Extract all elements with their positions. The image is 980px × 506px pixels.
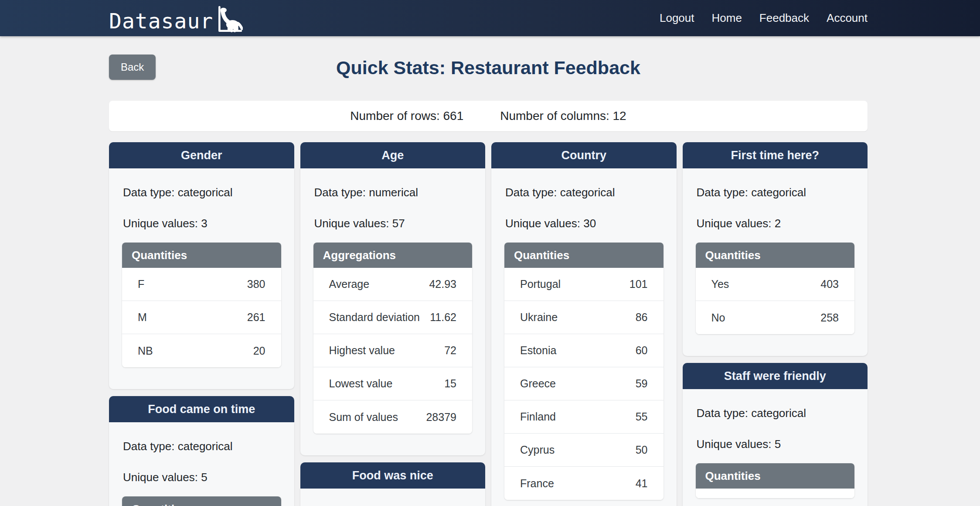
unique-values-text: Unique values: 2 <box>697 217 855 230</box>
stat-card: Food was nice <box>300 462 486 506</box>
quantities-table: Aggregations Average 42.93 Standard devi… <box>313 243 473 434</box>
row-value: 72 <box>444 344 456 357</box>
grid-column-2: Age Data type: numerical Unique values: … <box>300 142 486 506</box>
row-label: M <box>138 311 147 324</box>
row-label: Sum of values <box>329 411 398 424</box>
row-value: 15 <box>444 377 456 390</box>
row-value: 101 <box>630 278 648 291</box>
card-body: Data type: numerical Unique values: 57 A… <box>300 168 486 455</box>
grid-column-4: First time here? Data type: categorical … <box>683 142 868 506</box>
unique-values-text: Unique values: 57 <box>314 217 473 230</box>
row-value: 258 <box>820 311 839 324</box>
row-label: F <box>138 278 144 291</box>
card-body <box>300 489 486 506</box>
row-label: Portugal <box>520 278 561 291</box>
card-body: Data type: categorical Unique values: 5 … <box>683 389 868 506</box>
row-value: 28379 <box>426 411 456 424</box>
row-label: Ukraine <box>520 311 558 324</box>
quantities-table-header: Aggregations <box>313 243 473 268</box>
stat-card: First time here? Data type: categorical … <box>683 142 868 356</box>
card-title: Country <box>491 142 677 168</box>
page-content: Back Quick Stats: Restaurant Feedback Nu… <box>0 55 980 506</box>
unique-values-text: Unique values: 5 <box>697 438 855 451</box>
table-row: NB 20 <box>122 334 281 367</box>
nav-link-logout[interactable]: Logout <box>660 11 694 25</box>
data-type-text: Data type: numerical <box>314 186 473 199</box>
row-value: 41 <box>636 477 648 490</box>
back-button[interactable]: Back <box>109 55 156 80</box>
row-label: Cyprus <box>520 444 555 456</box>
row-label: NB <box>138 345 153 357</box>
quantities-table: Quantities F 380 M 261 NB 20 <box>122 243 281 367</box>
cards-grid: Gender Data type: categorical Unique val… <box>109 142 868 506</box>
row-label: Lowest value <box>329 377 393 390</box>
table-row: Cyprus 50 <box>504 434 664 467</box>
table-row: France 41 <box>504 467 664 500</box>
stat-card: Age Data type: numerical Unique values: … <box>300 142 486 455</box>
unique-values-text: Unique values: 3 <box>123 217 281 230</box>
quantities-table-body: Portugal 101 Ukraine 86 Estonia 60 Greec… <box>504 268 664 500</box>
row-label: No <box>711 311 725 324</box>
data-type-text: Data type: categorical <box>697 186 855 199</box>
row-label: Finland <box>520 410 556 423</box>
row-value: 59 <box>636 377 648 390</box>
card-title: Food was nice <box>300 462 486 489</box>
table-row: Finland 55 <box>504 400 664 434</box>
quantities-table-body: Yes 403 No 258 <box>696 268 855 334</box>
table-row: M 261 <box>122 301 281 334</box>
unique-values-text: Unique values: 30 <box>505 217 664 230</box>
brand-logo[interactable]: Datasaur <box>109 5 243 31</box>
table-row: F 380 <box>122 268 281 301</box>
card-body: Data type: categorical Unique values: 3 … <box>109 168 294 389</box>
row-label: Yes <box>711 278 729 291</box>
row-value: 86 <box>636 311 648 324</box>
table-row: Standard deviation 11.62 <box>313 301 473 334</box>
summary-bar: Number of rows: 661 Number of columns: 1… <box>109 101 868 131</box>
nav-link-feedback[interactable]: Feedback <box>759 11 809 25</box>
quantities-table: Quantities <box>696 463 855 498</box>
table-row: Average 42.93 <box>313 268 473 301</box>
row-label: Highest value <box>329 344 395 357</box>
stat-card: Country Data type: categorical Unique va… <box>491 142 677 506</box>
card-body: Data type: categorical Unique values: 30… <box>491 168 677 506</box>
card-title: First time here? <box>683 142 868 168</box>
row-value: 380 <box>247 278 265 291</box>
card-body: Data type: categorical Unique values: 5 … <box>109 422 294 506</box>
unique-values-text: Unique values: 5 <box>123 471 281 484</box>
table-row: Yes 403 <box>696 268 855 301</box>
nav-link-account[interactable]: Account <box>827 11 868 25</box>
stat-card: Staff were friendly Data type: categoric… <box>683 363 868 506</box>
brand-text: Datasaur <box>109 10 213 31</box>
grid-column-3: Country Data type: categorical Unique va… <box>491 142 677 506</box>
card-title: Age <box>300 142 486 168</box>
quantities-table-header: Quantities <box>122 496 281 506</box>
quantities-table: Quantities <box>122 496 281 506</box>
data-type-text: Data type: categorical <box>123 440 281 453</box>
table-row: Portugal 101 <box>504 268 664 301</box>
quantities-table-body <box>696 489 855 498</box>
quantities-table-header: Quantities <box>122 243 281 268</box>
navbar-links: Logout Home Feedback Account <box>660 11 868 25</box>
stat-card: Food came on time Data type: categorical… <box>109 396 294 506</box>
page-header-row: Back Quick Stats: Restaurant Feedback <box>109 55 868 81</box>
data-type-text: Data type: categorical <box>505 186 664 199</box>
table-row: Sum of values 28379 <box>313 400 473 434</box>
row-label: Estonia <box>520 344 556 357</box>
row-value: 42.93 <box>429 278 456 291</box>
top-navbar: Datasaur Logout Home Feedback Account <box>0 0 980 36</box>
row-value: 261 <box>247 311 265 324</box>
quantities-table: Quantities Yes 403 No 258 <box>696 243 855 334</box>
card-title: Food came on time <box>109 396 294 422</box>
nav-link-home[interactable]: Home <box>712 11 742 25</box>
row-label: Greece <box>520 377 556 390</box>
table-row: Ukraine 86 <box>504 301 664 334</box>
row-value: 60 <box>636 344 648 357</box>
data-type-text: Data type: categorical <box>123 186 281 199</box>
quantities-table-body: F 380 M 261 NB 20 <box>122 268 281 367</box>
grid-column-1: Gender Data type: categorical Unique val… <box>109 142 294 506</box>
row-value: 403 <box>820 278 839 291</box>
row-value: 11.62 <box>430 311 456 324</box>
row-label: Standard deviation <box>329 311 420 324</box>
rows-count-text: Number of rows: 661 <box>350 109 463 123</box>
data-type-text: Data type: categorical <box>697 407 855 420</box>
